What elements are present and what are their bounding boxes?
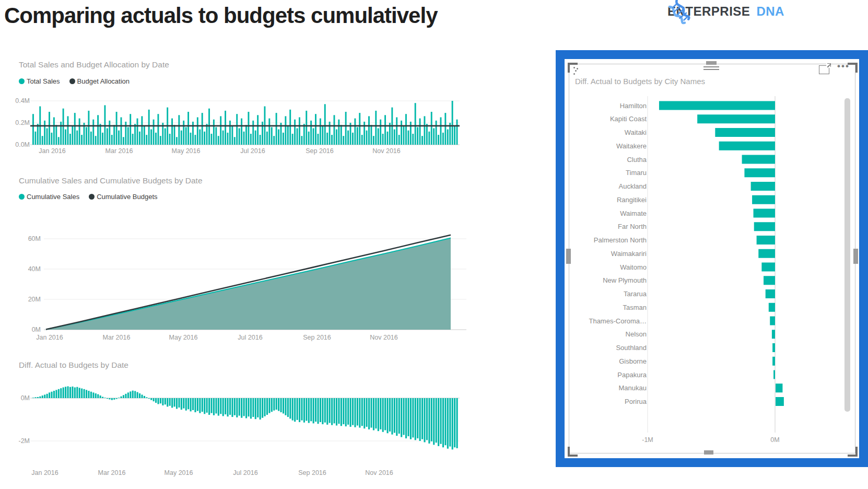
svg-text:Southland: Southland xyxy=(616,344,647,352)
focus-mode-icon[interactable] xyxy=(819,65,829,74)
svg-text:Mar 2016: Mar 2016 xyxy=(103,334,131,341)
cumulative-chart[interactable]: 0M20M40M60MJan 2016Mar 2016May 2016Jul 2… xyxy=(16,207,475,346)
chart-title-cumulative: Cumulative Sales and Cumulative Budgets … xyxy=(19,176,203,185)
drag-grip-icon[interactable] xyxy=(703,66,719,71)
svg-text:0.4M: 0.4M xyxy=(15,97,30,104)
svg-text:Auckland: Auckland xyxy=(619,182,647,190)
resize-handle-top-center[interactable] xyxy=(706,61,717,65)
svg-text:0M: 0M xyxy=(21,394,30,402)
legend-cumulative: Cumulative Sales Cumulative Budgets xyxy=(19,193,158,201)
svg-text:Nelson: Nelson xyxy=(626,330,647,338)
drag-handle-icon[interactable] xyxy=(573,67,581,74)
svg-text:Jan 2016: Jan 2016 xyxy=(39,147,65,155)
svg-text:Jul 2016: Jul 2016 xyxy=(238,334,262,341)
svg-text:Mar 2016: Mar 2016 xyxy=(98,469,126,476)
page-title: Comparing actuals to budgets cumulativel… xyxy=(4,3,438,28)
svg-text:May 2016: May 2016 xyxy=(169,334,198,341)
svg-text:-2M: -2M xyxy=(18,437,30,445)
svg-text:20M: 20M xyxy=(28,296,41,303)
svg-text:Papakura: Papakura xyxy=(617,371,647,379)
chart-title-total-sales: Total Sales and Budget Allocation by Dat… xyxy=(19,60,169,69)
more-options-icon[interactable]: ••• xyxy=(837,64,850,73)
brand-logo: ENTERPRISEDNA xyxy=(667,4,784,19)
legend-label: Total Sales xyxy=(27,77,60,85)
legend-dot xyxy=(69,78,75,84)
svg-text:Sep 2016: Sep 2016 xyxy=(298,469,326,476)
svg-text:-1M: -1M xyxy=(642,436,653,444)
brand-name-secondary: DNA xyxy=(756,4,784,19)
legend-label: Budget Allocation xyxy=(77,77,130,85)
svg-text:0M: 0M xyxy=(770,436,779,444)
dna-helix-icon xyxy=(667,0,694,24)
svg-text:Rangitikei: Rangitikei xyxy=(617,196,647,204)
svg-text:Nov 2016: Nov 2016 xyxy=(365,469,393,476)
svg-text:Tasman: Tasman xyxy=(623,304,647,311)
legend-label: Cumulative Budgets xyxy=(97,193,157,201)
svg-text:Tararua: Tararua xyxy=(624,290,647,298)
total-sales-chart[interactable]: 0.0M0.2M0.4MJan 2016Mar 2016May 2016Jul … xyxy=(16,87,475,160)
svg-text:Clutha: Clutha xyxy=(627,156,647,164)
legend-item[interactable]: Budget Allocation xyxy=(69,77,130,85)
svg-text:Sep 2016: Sep 2016 xyxy=(303,334,331,341)
svg-text:Thames-Coroma…: Thames-Coroma… xyxy=(589,317,647,325)
svg-text:Gisborne: Gisborne xyxy=(619,357,647,365)
svg-text:Jan 2016: Jan 2016 xyxy=(36,334,63,341)
svg-text:May 2016: May 2016 xyxy=(165,469,193,476)
svg-text:0M: 0M xyxy=(32,326,41,333)
svg-text:Waitomo: Waitomo xyxy=(620,263,647,271)
svg-text:Porirua: Porirua xyxy=(625,398,647,405)
svg-text:Palmerston North: Palmerston North xyxy=(594,236,647,244)
legend-label: Cumulative Sales xyxy=(27,193,79,201)
legend-total-sales: Total Sales Budget Allocation xyxy=(19,77,130,85)
svg-text:Waitakere: Waitakere xyxy=(616,142,647,150)
svg-text:Timaru: Timaru xyxy=(626,169,647,177)
legend-item[interactable]: Total Sales xyxy=(19,77,60,85)
svg-text:Hamilton: Hamilton xyxy=(620,102,647,110)
svg-text:0.2M: 0.2M xyxy=(15,119,30,126)
svg-text:Manukau: Manukau xyxy=(619,384,647,392)
legend-dot xyxy=(19,194,25,200)
svg-text:0.0M: 0.0M xyxy=(15,141,30,148)
visual-scrollbar[interactable] xyxy=(844,98,850,412)
diff-by-city-chart[interactable]: HamiltonKapiti CoastWaitakiWaitakereClut… xyxy=(569,92,855,452)
svg-text:Jul 2016: Jul 2016 xyxy=(233,469,257,476)
svg-text:Jan 2016: Jan 2016 xyxy=(31,469,58,476)
svg-text:Far North: Far North xyxy=(618,223,647,230)
legend-item[interactable]: Cumulative Budgets xyxy=(89,193,157,201)
svg-text:Waitaki: Waitaki xyxy=(625,129,647,136)
svg-text:40M: 40M xyxy=(28,265,41,273)
svg-text:Mar 2016: Mar 2016 xyxy=(105,147,133,155)
svg-text:60M: 60M xyxy=(28,235,41,242)
svg-text:Kapiti Coast: Kapiti Coast xyxy=(610,115,647,123)
svg-text:New Plymouth: New Plymouth xyxy=(603,276,647,284)
svg-text:Waimakariri: Waimakariri xyxy=(611,250,647,258)
visual-title: Diff. Actual to Budgets by City Names xyxy=(575,77,705,86)
legend-dot xyxy=(89,194,95,200)
svg-text:Nov 2016: Nov 2016 xyxy=(370,334,398,341)
svg-text:Nov 2016: Nov 2016 xyxy=(372,147,401,155)
svg-text:Jul 2016: Jul 2016 xyxy=(240,147,265,155)
diff-by-date-chart[interactable]: 0M-2MJan 2016Mar 2016May 2016Jul 2016Sep… xyxy=(16,356,475,487)
svg-text:Sep 2016: Sep 2016 xyxy=(306,147,334,155)
legend-item[interactable]: Cumulative Sales xyxy=(19,193,79,201)
legend-dot xyxy=(19,78,25,84)
svg-text:May 2016: May 2016 xyxy=(172,147,201,155)
svg-text:Waimate: Waimate xyxy=(620,209,647,217)
